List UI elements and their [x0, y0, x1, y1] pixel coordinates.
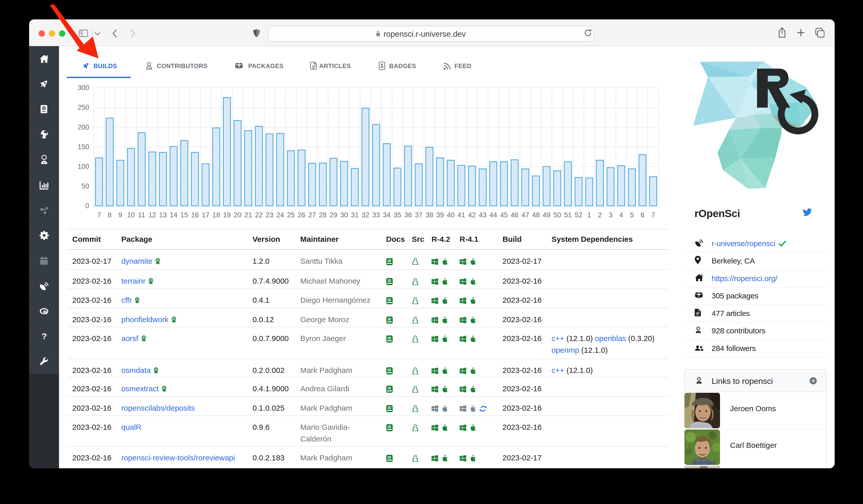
svg-text:20: 20	[234, 211, 241, 219]
svg-text:250: 250	[78, 104, 89, 111]
svg-text:46: 46	[511, 211, 518, 219]
svg-text:42: 42	[468, 211, 476, 219]
svg-text:38: 38	[426, 211, 433, 219]
svg-text:21: 21	[245, 211, 252, 219]
svg-text:200: 200	[78, 124, 89, 131]
svg-text:49: 49	[543, 211, 550, 219]
svg-text:10: 10	[127, 211, 135, 219]
svg-text:3: 3	[609, 211, 613, 219]
svg-text:7: 7	[97, 211, 101, 219]
svg-text:52: 52	[575, 211, 583, 219]
svg-text:48: 48	[532, 211, 540, 219]
svg-text:7: 7	[651, 211, 655, 219]
svg-text:22: 22	[255, 211, 263, 219]
svg-text:24: 24	[276, 211, 284, 219]
svg-text:35: 35	[393, 211, 401, 219]
svg-text:150: 150	[78, 143, 89, 151]
svg-text:37: 37	[415, 211, 423, 219]
svg-text:51: 51	[564, 211, 572, 219]
svg-text:28: 28	[319, 211, 327, 219]
svg-text:36: 36	[404, 211, 412, 219]
svg-text:45: 45	[500, 211, 508, 219]
svg-text:19: 19	[223, 211, 231, 219]
svg-text:32: 32	[362, 211, 369, 219]
svg-text:18: 18	[212, 211, 220, 219]
svg-text:39: 39	[436, 211, 444, 219]
svg-text:2: 2	[598, 211, 602, 219]
svg-text:4: 4	[619, 211, 623, 219]
svg-text:9: 9	[118, 211, 122, 219]
svg-text:17: 17	[202, 211, 209, 219]
svg-text:47: 47	[521, 211, 529, 219]
svg-text:0: 0	[85, 202, 89, 210]
svg-text:12: 12	[148, 211, 156, 219]
svg-text:13: 13	[159, 211, 167, 219]
svg-text:43: 43	[479, 211, 486, 219]
svg-text:30: 30	[340, 211, 348, 219]
svg-text:41: 41	[458, 211, 465, 219]
svg-text:25: 25	[287, 211, 295, 219]
svg-text:29: 29	[330, 211, 337, 219]
svg-text:14: 14	[170, 211, 177, 219]
svg-text:34: 34	[383, 211, 391, 219]
svg-text:300: 300	[78, 84, 89, 92]
svg-text:100: 100	[78, 163, 89, 170]
svg-text:1: 1	[587, 211, 591, 219]
svg-text:31: 31	[351, 211, 359, 219]
svg-text:26: 26	[298, 211, 305, 219]
svg-text:27: 27	[309, 211, 316, 219]
svg-text:40: 40	[447, 211, 454, 219]
svg-text:50: 50	[82, 182, 89, 190]
svg-text:16: 16	[191, 211, 199, 219]
svg-text:15: 15	[180, 211, 188, 219]
svg-text:50: 50	[553, 211, 561, 219]
svg-text:11: 11	[138, 211, 145, 219]
svg-text:6: 6	[641, 211, 645, 219]
svg-text:23: 23	[266, 211, 273, 219]
svg-text:5: 5	[630, 211, 634, 219]
svg-text:8: 8	[108, 211, 112, 219]
svg-text:44: 44	[489, 211, 497, 219]
svg-text:33: 33	[372, 211, 380, 219]
